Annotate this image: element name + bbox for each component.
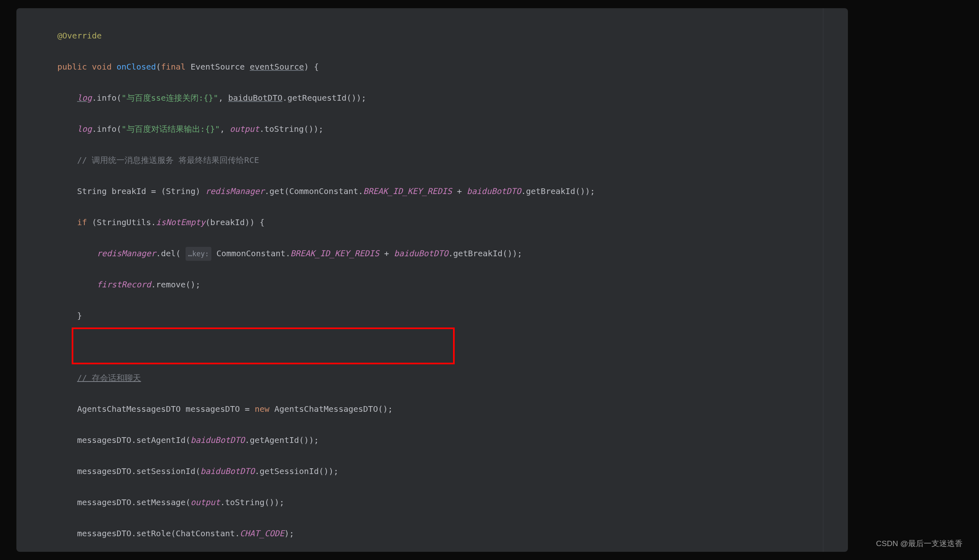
- code-line: String breakId = (String) redisManager.g…: [57, 183, 848, 199]
- code-line: // 调用统一消息推送服务 将最终结果回传给RCE: [57, 152, 848, 168]
- csdn-watermark: CSDN @最后一支迷迭香: [876, 536, 963, 551]
- code-line: [57, 339, 848, 355]
- code-line: log.info("与百度对话结果输出:{}", output.toString…: [57, 121, 848, 137]
- editor-margin-line: [823, 8, 823, 552]
- parameter-hint: …key:: [186, 247, 211, 261]
- code-line: log.info("与百度sse连接关闭:{}", baiduBotDTO.ge…: [57, 90, 848, 106]
- code-line: if (StringUtils.isNotEmpty(breakId)) {: [57, 215, 848, 230]
- code-line: messagesDTO.setMessage(output.toString()…: [57, 495, 848, 510]
- code-line: messagesDTO.setAgentId(baiduBotDTO.getAg…: [57, 432, 848, 448]
- code-line: firstRecord.remove();: [57, 277, 848, 292]
- annotation: @Override: [57, 31, 102, 41]
- code-line: AgentsChatMessagesDTO messagesDTO = new …: [57, 401, 848, 417]
- code-content[interactable]: @Override public void onClosed(final Eve…: [16, 8, 848, 552]
- code-line: messagesDTO.setRole(ChatConstant.CHAT_CO…: [57, 526, 848, 541]
- code-line: }: [57, 308, 848, 323]
- code-line: public void onClosed(final EventSource e…: [57, 59, 848, 75]
- code-line: // 存会话和聊天: [57, 370, 848, 386]
- code-editor[interactable]: @Override public void onClosed(final Eve…: [16, 8, 848, 552]
- code-line: messagesDTO.setSessionId(baiduBotDTO.get…: [57, 463, 848, 479]
- code-line: @Override: [57, 28, 848, 43]
- code-line: redisManager.del( …key: CommonConstant.B…: [57, 246, 848, 261]
